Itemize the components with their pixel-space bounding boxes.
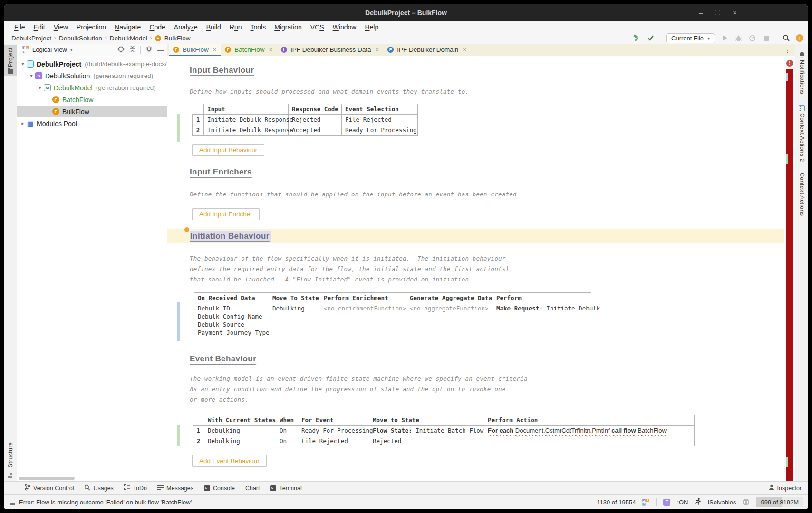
table-cell[interactable]: File Rejected xyxy=(342,115,418,125)
table-cell[interactable]: Debulking xyxy=(269,303,320,338)
run-button[interactable] xyxy=(721,34,729,42)
menu-item-code[interactable]: Code xyxy=(145,23,169,31)
table-row[interactable]: Debulk IDDebulk Config NameDebulk Source… xyxy=(194,303,591,338)
tab-ipf-debulker-business-data[interactable]: LIPF Debulker Business Data× xyxy=(277,44,383,56)
table-cell[interactable]: <no aggregateFunction> xyxy=(406,303,493,338)
error-count-badge[interactable]: ! xyxy=(786,60,793,67)
hide-panel-icon[interactable]: — xyxy=(157,47,164,53)
tool-window-button-version-control[interactable]: Version Control xyxy=(25,484,74,492)
table-cell[interactable]: Debulking xyxy=(204,436,276,446)
project-scrollbar[interactable] xyxy=(19,477,75,480)
table-cell[interactable]: <no enrichmentFunction> xyxy=(320,303,406,338)
chevron-expanded-icon[interactable]: ▾ xyxy=(28,73,35,79)
minimize-button[interactable]: – xyxy=(699,9,703,16)
menu-item-navigate[interactable]: Navigate xyxy=(111,23,145,31)
error-stripe[interactable] xyxy=(786,69,793,481)
table-cell[interactable] xyxy=(484,436,656,446)
table-cell[interactable]: Rejected xyxy=(369,436,484,446)
menu-item-migration[interactable]: Migration xyxy=(271,23,306,31)
tab-batchflow[interactable]: FBatchFlow× xyxy=(221,44,277,56)
table-cell[interactable]: For each Document.CstmrCdtTrfInitn.PmtIn… xyxy=(484,426,695,436)
table-row[interactable]: 2DebulkingOnFile RejectedRejected xyxy=(193,436,695,446)
structure-stripe-button[interactable]: Structure xyxy=(4,442,17,467)
table-cell[interactable]: Rejected xyxy=(289,115,342,125)
breadcrumb-item[interactable]: DebulkProject xyxy=(11,35,51,42)
add-button-add-input-enricher[interactable]: Add Input Enricher xyxy=(192,208,260,220)
menu-item-run[interactable]: Run xyxy=(226,23,246,31)
locate-target-icon[interactable] xyxy=(117,46,125,54)
table-cell[interactable]: Initiate Debulk Response xyxy=(204,115,289,125)
tool-window-button-chart[interactable]: Chart xyxy=(245,485,260,492)
menu-item-window[interactable]: Window xyxy=(329,23,360,31)
checkmark-flag-icon[interactable] xyxy=(646,34,654,42)
close-icon[interactable]: × xyxy=(376,46,379,53)
debug-button[interactable] xyxy=(735,34,743,42)
tree-item-bulkflow[interactable]: FBulkFlow xyxy=(17,106,167,117)
project-stripe-button[interactable]: Project xyxy=(4,45,17,76)
tree-item-debulksolution[interactable]: ▾SDebulkSolution(generation required) xyxy=(17,70,167,82)
intention-bulb-icon[interactable] xyxy=(184,227,189,232)
search-everywhere-button[interactable] xyxy=(782,34,790,42)
stripe-button-notifications[interactable]: Notifications xyxy=(795,60,808,94)
t-badge[interactable]: T xyxy=(663,499,670,506)
menu-item-analyze[interactable]: Analyze xyxy=(170,23,202,31)
chevron-expanded-icon[interactable]: ▾ xyxy=(19,61,27,67)
tool-window-switcher-icon[interactable] xyxy=(8,473,13,478)
add-button-add-input-behaviour[interactable]: Add Input Behaviour xyxy=(192,144,264,156)
tab-ipf-debulker-domain[interactable]: EIPF Debulker Domain× xyxy=(383,44,471,56)
menu-item-help[interactable]: Help xyxy=(361,23,382,31)
run-configuration-select[interactable]: Current File ▾ xyxy=(666,33,715,43)
table-cell[interactable]: Ready For Processing xyxy=(298,426,369,436)
solvables-label[interactable]: ISolvables xyxy=(708,499,736,506)
tool-window-button-usages[interactable]: Usages xyxy=(84,484,113,492)
table-cell[interactable]: File Rejected xyxy=(298,436,369,446)
tab-bulkflow[interactable]: FBulkFlow× xyxy=(169,44,221,56)
add-button-add-event-behaviour[interactable]: Add Event Behaviour xyxy=(192,455,267,467)
tree-item-modules-pool[interactable]: ▸▦Modules Pool xyxy=(17,117,167,129)
view-selector[interactable]: Logical View xyxy=(32,46,67,53)
tool-window-button-inspector[interactable]: Inspector xyxy=(769,484,802,492)
breadcrumb-item[interactable]: DebulkModel xyxy=(110,35,147,42)
stripe-button-context-actions-2[interactable]: Context Actions 2 xyxy=(795,113,808,162)
close-icon[interactable]: × xyxy=(463,46,466,53)
table-cell[interactable]: Make Request: Initiate Debulk xyxy=(493,303,591,338)
tool-window-button-console[interactable]: >_Console xyxy=(204,485,235,492)
menu-item-file[interactable]: File xyxy=(10,23,29,31)
tree-item-debulkmodel[interactable]: ▾MDebulkModel(generation required) xyxy=(17,82,167,94)
tree-item-debulkproject[interactable]: ▾DebulkProject(/build/debulk-example-doc… xyxy=(17,58,167,70)
table-cell[interactable]: On xyxy=(276,436,298,446)
table-row[interactable]: 2Initiate Debulk ResponseAcceptedReady F… xyxy=(193,125,418,136)
menu-item-edit[interactable]: Edit xyxy=(30,23,49,31)
table-cell[interactable]: On xyxy=(276,426,298,436)
menu-item-projection[interactable]: Projection xyxy=(73,23,110,31)
table-row[interactable]: 1Initiate Debulk ResponseRejectedFile Re… xyxy=(193,115,418,125)
profiler-button[interactable] xyxy=(748,34,756,42)
menu-item-build[interactable]: Build xyxy=(203,23,225,31)
table-cell[interactable]: Ready For Processing xyxy=(342,125,418,136)
tree-item-batchflow[interactable]: FBatchFlow xyxy=(17,94,167,106)
stop-button[interactable] xyxy=(762,34,770,42)
memory-indicator[interactable]: 999 of 8192M xyxy=(756,497,803,507)
tool-window-button-todo[interactable]: ToDo xyxy=(124,484,147,492)
menu-item-view[interactable]: View xyxy=(50,23,72,31)
stripe-mark[interactable] xyxy=(786,154,788,164)
stripe-mark[interactable] xyxy=(786,457,788,467)
chevron-down-icon[interactable]: ▾ xyxy=(70,47,73,52)
menu-item-tools[interactable]: Tools xyxy=(247,23,270,31)
gear-icon[interactable] xyxy=(145,46,153,54)
table-cell[interactable]: Initiate Debulk Response xyxy=(204,125,289,136)
chevron-expanded-icon[interactable]: ▾ xyxy=(36,85,44,91)
hammer-icon[interactable] xyxy=(632,34,640,42)
stripe-mark[interactable] xyxy=(786,73,788,81)
tool-window-button-terminal[interactable]: >_Terminal xyxy=(270,485,301,492)
table-cell[interactable]: Debulking xyxy=(204,426,276,436)
table-row[interactable]: 1DebulkingOnReady For ProcessingFlow Sta… xyxy=(193,426,695,436)
pause-icon[interactable]: ❚❚ xyxy=(743,499,749,505)
stripe-button-context-actions[interactable]: Context Actions xyxy=(795,173,808,216)
maximize-button[interactable] xyxy=(715,10,720,15)
table-cell[interactable]: Debulk IDDebulk Config NameDebulk Source… xyxy=(194,303,269,338)
close-icon[interactable]: × xyxy=(269,46,272,53)
breadcrumb-item[interactable]: BulkFlow xyxy=(164,35,191,42)
collapse-all-icon[interactable] xyxy=(129,46,135,54)
close-icon[interactable]: × xyxy=(213,46,217,53)
